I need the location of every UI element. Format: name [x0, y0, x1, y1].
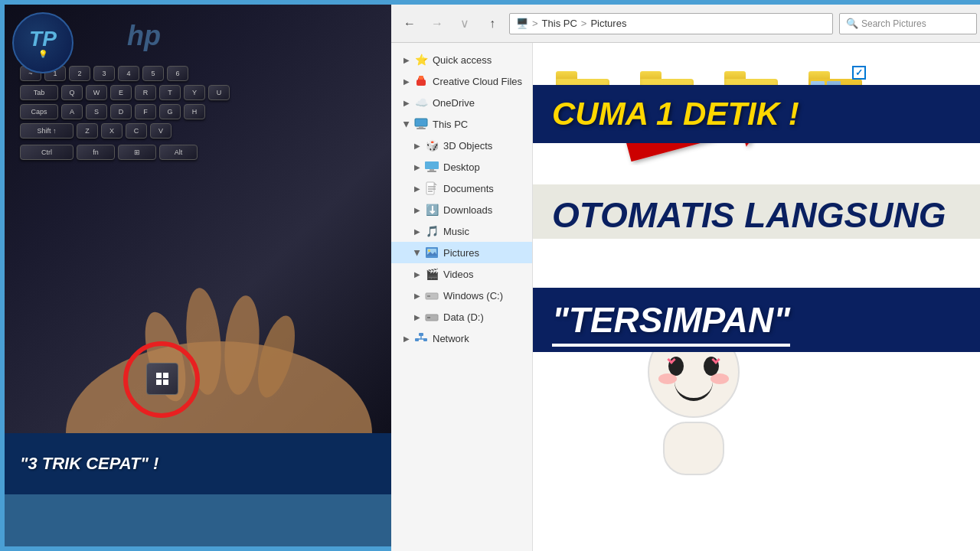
sidebar-label-cc: Creative Cloud Files: [433, 76, 522, 87]
sidebar-label-pictures: Pictures: [443, 247, 479, 259]
key-u: U: [208, 85, 230, 100]
svg-rect-12: [430, 169, 434, 171]
data-drive-icon: [425, 310, 439, 324]
sidebar-item-creative-cloud[interactable]: ▶ Creative Cloud Files: [391, 70, 532, 92]
sidebar-item-onedrive[interactable]: ▶ ☁️ OneDrive: [391, 92, 532, 113]
win-quad-4: [163, 380, 168, 385]
explorer-toolbar: ← → ∨ ↑ 🖥️ > This PC > Pictures 🔍 Search…: [391, 5, 980, 43]
sidebar-item-windows-c[interactable]: ▶ Windows (C:): [391, 285, 532, 306]
key-ctrl: Ctrl: [20, 145, 74, 160]
arrow-icon: ▶: [403, 56, 410, 64]
back-button[interactable]: ←: [399, 13, 420, 34]
forward-button[interactable]: →: [426, 13, 448, 34]
key-c: C: [126, 123, 147, 139]
sidebar-label-downloads: Downloads: [443, 204, 492, 216]
address-this-pc: This PC: [542, 18, 577, 29]
windows-logo: [156, 373, 168, 385]
arrow-icon-dd: ▶: [414, 313, 420, 321]
sidebar-label-this-pc: This PC: [433, 119, 468, 130]
hp-logo: hp: [127, 20, 161, 52]
logo-icon: 💡: [38, 50, 47, 58]
sidebar-item-pictures[interactable]: ▶ Pictures: [391, 242, 532, 263]
key-w: W: [86, 85, 107, 100]
sidebar-item-downloads[interactable]: ▶ ⬇️ Downloads: [391, 199, 532, 220]
video-bottom-text: "3 TRIK CEPAT" !: [20, 454, 158, 474]
sidebar-item-network[interactable]: ▶ Network: [391, 328, 532, 349]
key-f: F: [135, 104, 156, 119]
up-button[interactable]: ↑: [482, 13, 503, 34]
win-quad-1: [156, 373, 162, 378]
arrow-icon-net: ▶: [403, 334, 410, 343]
svg-point-21: [428, 249, 430, 252]
sidebar-label-videos: Videos: [443, 269, 474, 280]
sidebar-item-music[interactable]: ▶ 🎵 Music: [391, 220, 532, 242]
sidebar-item-videos[interactable]: ▶ 🎬 Videos: [391, 263, 532, 285]
svg-rect-27: [419, 333, 423, 336]
svg-rect-10: [416, 128, 426, 129]
bottom-text-panel: "3 TRIK CEPAT" !: [5, 433, 391, 494]
selection-checkbox[interactable]: ✓: [852, 66, 866, 80]
search-icon: 🔍: [846, 18, 858, 29]
sidebar-item-this-pc[interactable]: ▶ This PC: [391, 113, 532, 135]
arrow-icon-dl: ▶: [414, 206, 420, 214]
sidebar-label-documents: Documents: [443, 183, 494, 194]
overlay-tersimpan: "TERSIMPAN": [533, 288, 980, 352]
address-sep2: >: [581, 18, 587, 29]
explorer-main: Camera R... Save: [533, 43, 980, 551]
key-4: 4: [118, 66, 139, 81]
sidebar-item-3d-objects[interactable]: ▶ 🎲 3D Objects: [391, 135, 532, 156]
key-a: A: [61, 104, 83, 119]
arrow-icon-od: ▶: [403, 99, 410, 107]
videos-icon: 🎬: [425, 267, 439, 281]
page-container: hp ~ 1 2 3 4 5 6 Tab Q W E: [0, 0, 980, 551]
svg-rect-11: [425, 161, 439, 169]
search-box[interactable]: 🔍 Search Pictures: [839, 13, 977, 34]
address-sep1: >: [532, 18, 538, 29]
arrow-icon-3d: ▶: [414, 142, 420, 150]
sidebar-item-documents[interactable]: ▶ Documents: [391, 178, 532, 199]
dropdown-button[interactable]: ∨: [454, 13, 475, 34]
sidebar-item-quick-access[interactable]: ▶ ⭐ Quick access: [391, 49, 532, 70]
sidebar-item-desktop[interactable]: ▶ Desktop: [391, 156, 532, 178]
sidebar-label-music: Music: [443, 226, 469, 237]
key-6: 6: [167, 66, 188, 81]
key-e: E: [110, 85, 132, 100]
key-tab: Tab: [20, 85, 58, 100]
svg-rect-24: [427, 295, 430, 297]
key-x: X: [101, 123, 122, 139]
svg-rect-14: [426, 182, 434, 194]
logo-initials: TP: [29, 28, 57, 50]
key-shift: Shift ↑: [20, 123, 74, 139]
desktop-icon: [425, 160, 439, 174]
overlay-text-cuma: CUMA 1 DETIK !: [552, 96, 799, 132]
sidebar-label-quick-access: Quick access: [433, 54, 492, 66]
pictures-icon: [425, 246, 439, 259]
search-placeholder: Search Pictures: [861, 18, 926, 29]
explorer-sidebar: ▶ ⭐ Quick access ▶ Creative Cloud Files …: [391, 43, 533, 551]
arrow-icon-pc: ▶: [403, 121, 411, 127]
this-pc-icon: [414, 117, 428, 131]
address-bar[interactable]: 🖥️ > This PC > Pictures: [509, 13, 833, 34]
sidebar-label-desktop: Desktop: [443, 161, 480, 173]
address-icon: 🖥️: [516, 18, 528, 29]
svg-marker-15: [434, 182, 437, 185]
sidebar-label-3d: 3D Objects: [443, 140, 492, 152]
key-y: Y: [184, 85, 205, 100]
arrow-icon-docs: ▶: [414, 184, 420, 193]
key-5: 5: [142, 66, 164, 81]
explorer-panel: ← → ∨ ↑ 🖥️ > This PC > Pictures 🔍 Search…: [391, 5, 980, 551]
sidebar-item-data-d[interactable]: ▶ Data (D:): [391, 306, 532, 328]
windows-drive-icon: [425, 289, 439, 302]
windows-key: [146, 363, 178, 395]
char-cheek-right: [710, 373, 729, 384]
key-d: D: [110, 104, 132, 119]
key-g: G: [159, 104, 181, 119]
svg-rect-7: [419, 76, 423, 80]
network-icon: [414, 331, 428, 345]
sidebar-label-windows-c: Windows (C:): [443, 290, 503, 302]
downloads-icon: ⬇️: [425, 203, 439, 217]
win-quad-2: [163, 373, 168, 378]
key-3: 3: [93, 66, 115, 81]
key-win-visible: ⊞: [118, 145, 156, 160]
key-q: Q: [61, 85, 83, 100]
